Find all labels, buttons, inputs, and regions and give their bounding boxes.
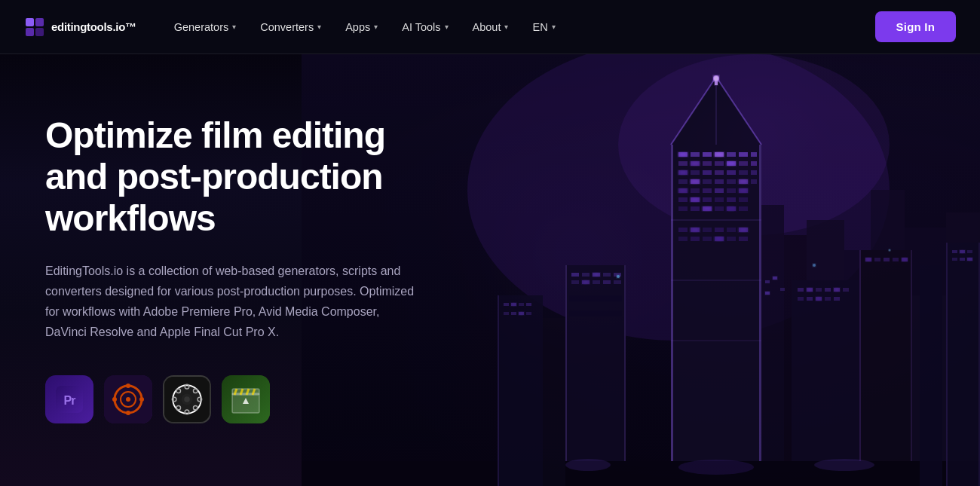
svg-rect-26 (727, 152, 736, 157)
sign-in-button[interactable]: Sign In (875, 11, 956, 42)
svg-rect-45 (703, 179, 712, 184)
svg-rect-149 (526, 312, 531, 315)
svg-rect-128 (765, 292, 770, 295)
svg-rect-16 (759, 145, 761, 486)
svg-rect-25 (715, 152, 724, 157)
svg-point-152 (889, 249, 891, 252)
svg-rect-119 (302, 461, 980, 486)
svg-rect-49 (751, 179, 757, 184)
svg-rect-141 (498, 295, 499, 486)
svg-rect-144 (519, 303, 524, 306)
svg-rect-134 (960, 250, 965, 253)
svg-point-159 (126, 384, 130, 388)
svg-rect-99 (859, 250, 912, 486)
svg-rect-15 (671, 145, 673, 486)
svg-rect-56 (678, 197, 688, 202)
navbar: editingtools.io™ Generators ▾ Converters… (0, 0, 980, 54)
logo[interactable]: editingtools.io™ (24, 17, 136, 38)
svg-rect-147 (511, 312, 516, 315)
nav-item-generators[interactable]: Generators ▾ (164, 15, 247, 39)
app-icon-final-cut-pro[interactable] (222, 375, 270, 423)
hero-content: Optimize film editing and post-productio… (0, 54, 467, 423)
davinci-resolve-icon (104, 375, 152, 423)
svg-rect-32 (715, 161, 724, 166)
svg-rect-89 (603, 273, 611, 277)
svg-rect-139 (498, 295, 543, 486)
svg-rect-23 (691, 152, 700, 157)
hero-description: EditingTools.io is a collection of web-b… (45, 261, 422, 343)
chevron-down-icon: ▾ (374, 23, 378, 31)
svg-rect-85 (624, 265, 626, 486)
svg-rect-108 (843, 288, 849, 292)
svg-rect-117 (893, 258, 899, 261)
svg-rect-52 (703, 188, 712, 193)
svg-point-158 (126, 397, 130, 402)
svg-rect-59 (715, 197, 724, 202)
svg-rect-37 (691, 170, 700, 175)
svg-rect-31 (703, 161, 712, 166)
svg-point-160 (126, 411, 130, 415)
svg-rect-102 (911, 250, 912, 486)
nav-item-about[interactable]: About ▾ (462, 15, 519, 39)
svg-rect-106 (825, 288, 831, 292)
svg-point-162 (139, 397, 144, 402)
app-icon-premiere-pro[interactable]: Pr (45, 375, 93, 423)
svg-rect-96 (569, 295, 622, 301)
svg-point-175 (184, 397, 190, 403)
svg-rect-93 (593, 280, 600, 284)
svg-rect-107 (834, 288, 840, 292)
chevron-down-icon: ▾ (445, 23, 449, 31)
svg-rect-131 (946, 243, 948, 486)
svg-rect-105 (816, 288, 822, 292)
nav-item-apps[interactable]: Apps ▾ (335, 15, 388, 39)
svg-point-120 (565, 459, 611, 471)
svg-rect-33 (727, 161, 736, 166)
svg-rect-77 (678, 237, 688, 241)
svg-rect-142 (504, 303, 509, 306)
svg-rect-91 (571, 280, 579, 284)
svg-rect-145 (526, 303, 531, 306)
svg-rect-35 (751, 161, 757, 166)
svg-rect-148 (519, 312, 524, 315)
nav-item-converters[interactable]: Converters ▾ (250, 15, 332, 39)
svg-rect-0 (26, 18, 34, 26)
svg-rect-66 (727, 206, 736, 211)
svg-rect-60 (727, 197, 736, 202)
hero-title: Optimize film editing and post-productio… (45, 115, 422, 240)
nav-left: editingtools.io™ Generators ▾ Converters… (24, 15, 566, 39)
svg-rect-51 (691, 188, 700, 193)
nav-items: Generators ▾ Converters ▾ Apps ▾ AI Tool… (164, 15, 566, 39)
svg-rect-78 (691, 237, 700, 241)
svg-rect-135 (967, 250, 972, 253)
svg-rect-138 (967, 258, 972, 261)
svg-rect-27 (739, 152, 748, 157)
svg-rect-63 (691, 206, 700, 211)
svg-rect-53 (715, 188, 724, 193)
nav-item-language[interactable]: EN ▾ (522, 15, 565, 39)
svg-rect-40 (727, 170, 736, 175)
svg-rect-39 (715, 170, 724, 175)
svg-rect-115 (874, 258, 880, 261)
logo-text: editingtools.io™ (51, 20, 136, 33)
svg-rect-137 (960, 258, 965, 261)
app-icon-avid[interactable] (163, 375, 211, 423)
svg-rect-118 (902, 258, 908, 261)
avid-icon (164, 375, 210, 423)
nav-item-ai-tools[interactable]: AI Tools ▾ (391, 15, 458, 39)
svg-rect-127 (780, 288, 785, 291)
svg-point-121 (678, 460, 754, 475)
svg-rect-74 (715, 228, 724, 232)
svg-rect-94 (603, 280, 611, 284)
svg-rect-29 (678, 161, 688, 166)
chevron-down-icon: ▾ (317, 23, 321, 31)
svg-rect-47 (727, 179, 736, 184)
svg-rect-28 (751, 152, 757, 157)
svg-rect-58 (703, 197, 712, 202)
svg-rect-50 (678, 188, 688, 193)
app-icon-davinci-resolve[interactable] (104, 375, 152, 423)
svg-rect-125 (765, 280, 770, 283)
svg-rect-140 (543, 318, 565, 486)
svg-point-122 (814, 459, 874, 471)
chevron-down-icon: ▾ (552, 23, 556, 31)
svg-rect-38 (703, 170, 712, 175)
